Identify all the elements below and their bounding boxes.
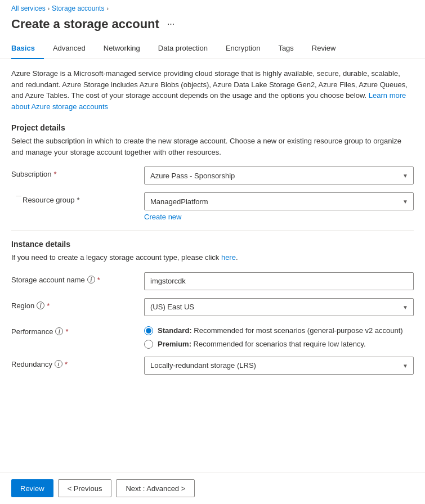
performance-required: * [65,327,68,336]
tab-basics[interactable]: Basics [11,38,44,59]
region-label: Region i * [11,298,135,310]
performance-standard-option[interactable]: Standard: Recommended for most scenarios… [144,326,414,335]
page-title: Create a storage account [11,17,159,32]
resource-group-control: ManagedPlatform ▼ Create new [144,192,414,221]
region-required: * [47,302,50,310]
section-divider [11,230,414,231]
storage-account-name-input[interactable] [144,272,414,290]
redundancy-required: * [65,360,68,368]
redundancy-select-wrapper: Locally-redundant storage (LRS) Zone-red… [144,357,414,375]
resource-group-label: Resource group * [23,196,80,204]
redundancy-select[interactable]: Locally-redundant storage (LRS) Zone-red… [144,357,414,375]
performance-premium-radio[interactable] [144,340,153,349]
tab-review[interactable]: Review [303,38,345,59]
resource-group-label-wrapper: Resource group * [11,192,135,204]
storage-account-name-row: Storage account name i * [11,272,414,290]
subscription-control: Azure Pass - Sponsorship ▼ [144,166,414,184]
tab-data-protection[interactable]: Data protection [149,38,217,59]
performance-premium-option[interactable]: Premium: Recommended for scenarios that … [144,340,414,349]
breadcrumb-storage-accounts[interactable]: Storage accounts [52,4,104,12]
project-details-desc: Select the subscription in which to crea… [11,136,414,158]
storage-account-name-label: Storage account name i * [11,272,135,284]
breadcrumb: All services › Storage accounts › [0,0,425,15]
resource-group-row: Resource group * ManagedPlatform ▼ Creat… [11,192,414,221]
resource-group-required: * [77,196,80,204]
storage-account-name-info-icon[interactable]: i [87,276,95,284]
create-new-link[interactable]: Create new [144,213,414,221]
page-description: Azure Storage is a Microsoft-managed ser… [11,68,414,112]
subscription-select[interactable]: Azure Pass - Sponsorship [144,166,414,184]
instance-details-desc: If you need to create a legacy storage a… [11,252,414,263]
tab-bar: Basics Advanced Networking Data protecti… [0,38,425,59]
performance-radio-group: Standard: Recommended for most scenarios… [144,324,414,349]
performance-control: Standard: Recommended for most scenarios… [144,324,414,349]
storage-account-name-control [144,272,414,290]
performance-row: Performance i * Standard: Recommended fo… [11,324,414,349]
storage-account-name-required: * [97,276,100,284]
breadcrumb-chevron-1: › [48,6,50,12]
subscription-select-wrapper: Azure Pass - Sponsorship ▼ [144,166,414,184]
instance-details-title: Instance details [11,240,414,249]
tab-networking[interactable]: Networking [95,38,149,59]
page-header: Create a storage account ··· [0,15,425,38]
tab-encryption[interactable]: Encryption [217,38,269,59]
ellipsis-button[interactable]: ··· [164,18,178,30]
instance-details-section: Instance details If you need to create a… [11,240,414,375]
region-row: Region i * (US) East US ▼ [11,298,414,316]
performance-label: Performance i * [11,324,135,336]
tab-advanced[interactable]: Advanced [44,38,95,59]
previous-button[interactable]: < Previous [58,479,112,497]
breadcrumb-all-services[interactable]: All services [11,4,46,12]
redundancy-control: Locally-redundant storage (LRS) Zone-red… [144,357,414,375]
subscription-required: * [54,170,57,178]
breadcrumb-chevron-2: › [106,6,108,12]
redundancy-row: Redundancy i * Locally-redundant storage… [11,357,414,375]
subscription-label: Subscription * [11,166,135,178]
performance-info-icon[interactable]: i [55,327,63,335]
tab-tags[interactable]: Tags [269,38,302,59]
performance-standard-label: Standard: Recommended for most scenarios… [158,326,403,335]
region-select[interactable]: (US) East US [144,298,414,316]
legacy-here-link[interactable]: here [221,253,236,262]
next-button[interactable]: Next : Advanced > [116,479,195,497]
project-details-title: Project details [11,123,414,132]
footer: Review < Previous Next : Advanced > [0,472,425,504]
redundancy-info-icon[interactable]: i [55,360,62,368]
resource-group-select-wrapper: ManagedPlatform ▼ [144,192,414,210]
subscription-row: Subscription * Azure Pass - Sponsorship … [11,166,414,184]
resource-group-select[interactable]: ManagedPlatform [144,192,414,210]
performance-standard-radio[interactable] [144,326,153,335]
region-info-icon[interactable]: i [37,302,44,309]
performance-premium-label: Premium: Recommended for scenarios that … [158,340,366,348]
region-control: (US) East US ▼ [144,298,414,316]
redundancy-label: Redundancy i * [11,357,135,368]
review-button[interactable]: Review [11,479,53,497]
region-select-wrapper: (US) East US ▼ [144,298,414,316]
